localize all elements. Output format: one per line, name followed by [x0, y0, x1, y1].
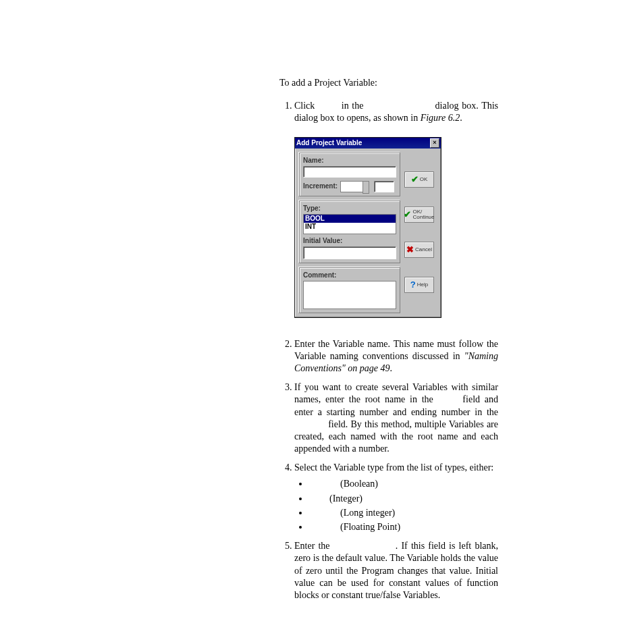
step-1: Click in the dialog box. This dialog box…: [294, 100, 498, 317]
cancel-button[interactable]: ✖Cancel: [404, 242, 434, 258]
comment-field[interactable]: [303, 281, 396, 309]
dialog-title: Add Project Variable: [296, 139, 362, 147]
figure-6-2: Add Project Variable × Name: Increment:: [294, 137, 498, 318]
type-bullets: (Boolean) (Integer) (Long integer) (Floa…: [309, 478, 498, 533]
step-5: Enter the . If this field is left blank,…: [294, 540, 498, 601]
step-2: Enter the Variable name. This name must …: [294, 338, 498, 375]
list-item: (Integer): [309, 493, 498, 505]
name-field[interactable]: [303, 166, 396, 178]
close-icon[interactable]: ×: [430, 138, 439, 148]
intro-text: To add a Project Variable:: [279, 77, 498, 89]
content-column: To add a Project Variable: Click in the …: [279, 77, 498, 608]
check-icon: ✔: [411, 174, 419, 185]
dialog-left-column: Name: Increment: Type:: [299, 153, 400, 313]
ok-button[interactable]: ✔OK: [404, 171, 434, 188]
list-item: (Long integer): [309, 507, 498, 519]
x-icon: ✖: [406, 244, 414, 255]
type-panel: Type: BOOL INT Initial Value:: [299, 200, 400, 263]
initial-value-field[interactable]: [303, 246, 396, 259]
type-listbox[interactable]: BOOL INT: [303, 214, 396, 234]
question-icon: ?: [410, 279, 416, 290]
initial-value-label: Initial Value:: [303, 237, 396, 245]
step-4: Select the Variable type from the list o…: [294, 462, 498, 533]
increment-from-field[interactable]: [340, 181, 365, 192]
document-page: To add a Project Variable: Click in the …: [0, 0, 644, 644]
list-item: (Floating Point): [309, 521, 498, 533]
step-3: If you want to create several Variables …: [294, 381, 498, 455]
name-label: Name:: [303, 157, 396, 165]
ok-continue-button[interactable]: ✔OK/Continue: [404, 207, 434, 223]
help-button[interactable]: ?Help: [404, 277, 434, 293]
steps-list: Click in the dialog box. This dialog box…: [279, 100, 498, 601]
check-icon: ✔: [404, 209, 411, 220]
list-item: (Boolean): [309, 478, 498, 490]
dialog-titlebar: Add Project Variable ×: [295, 138, 441, 149]
increment-to-field[interactable]: [374, 181, 394, 192]
add-project-variable-dialog: Add Project Variable × Name: Increment:: [294, 137, 441, 318]
comment-panel: Comment:: [299, 267, 400, 313]
type-label: Type:: [303, 205, 396, 213]
comment-label: Comment:: [303, 271, 396, 279]
dialog-button-column: ✔OK ✔OK/Continue ✖Cancel ?Help: [404, 153, 437, 313]
name-panel: Name: Increment:: [299, 153, 400, 196]
increment-label: Increment:: [303, 182, 338, 190]
